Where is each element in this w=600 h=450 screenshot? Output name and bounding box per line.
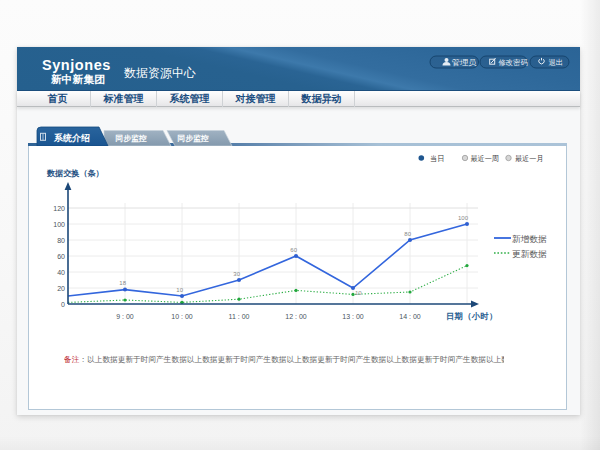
- svg-text:10: 10: [176, 287, 183, 293]
- svg-text:同步监控: 同步监控: [116, 134, 147, 143]
- svg-text:13 : 00: 13 : 00: [342, 313, 364, 320]
- svg-text:30: 30: [233, 271, 240, 277]
- svg-text:9 : 00: 9 : 00: [116, 313, 134, 320]
- svg-text:新增数据: 新增数据: [512, 234, 547, 244]
- svg-text:40: 40: [57, 269, 65, 276]
- svg-text:同步监控: 同步监控: [178, 134, 209, 143]
- svg-text:120: 120: [53, 205, 65, 212]
- svg-text:100: 100: [458, 215, 469, 221]
- svg-text:Synjones: Synjones: [42, 57, 111, 73]
- svg-text:80: 80: [404, 231, 411, 237]
- svg-text:数据资源中心: 数据资源中心: [124, 66, 196, 80]
- svg-text:最近一周: 最近一周: [471, 155, 499, 163]
- svg-text:退出: 退出: [548, 58, 563, 67]
- svg-text:当日: 当日: [430, 154, 445, 163]
- svg-text:100: 100: [53, 221, 65, 228]
- svg-text:备注: 备注: [64, 355, 80, 364]
- svg-text:10: 10: [355, 290, 362, 296]
- svg-text:数据交换（条）: 数据交换（条）: [46, 169, 104, 178]
- svg-text:12 : 00: 12 : 00: [285, 313, 307, 320]
- svg-text:新中新集团: 新中新集团: [50, 73, 105, 85]
- svg-text:60: 60: [290, 247, 297, 253]
- svg-text:系统介绍: 系统介绍: [53, 133, 90, 143]
- svg-text:日期（小时）: 日期（小时）: [446, 311, 498, 321]
- svg-text:管理员: 管理员: [452, 57, 477, 67]
- svg-text:20: 20: [57, 285, 65, 292]
- svg-text:修改密码: 修改密码: [499, 58, 528, 67]
- svg-text:60: 60: [57, 253, 65, 260]
- svg-text:0: 0: [61, 301, 65, 308]
- svg-text:10 : 00: 10 : 00: [171, 313, 193, 320]
- svg-text:更新数据: 更新数据: [512, 249, 547, 259]
- svg-text:：以上数据更新于时间产生数据以上数据更新于时间产生数据以上数: ：以上数据更新于时间产生数据以上数据更新于时间产生数据以上数据更新于时间产生数据…: [79, 355, 504, 364]
- svg-text:最近一月: 最近一月: [515, 155, 543, 163]
- svg-text:80: 80: [57, 237, 65, 244]
- svg-text:11 : 00: 11 : 00: [229, 313, 250, 320]
- svg-text:14 : 00: 14 : 00: [399, 313, 421, 320]
- svg-text:18: 18: [119, 280, 126, 286]
